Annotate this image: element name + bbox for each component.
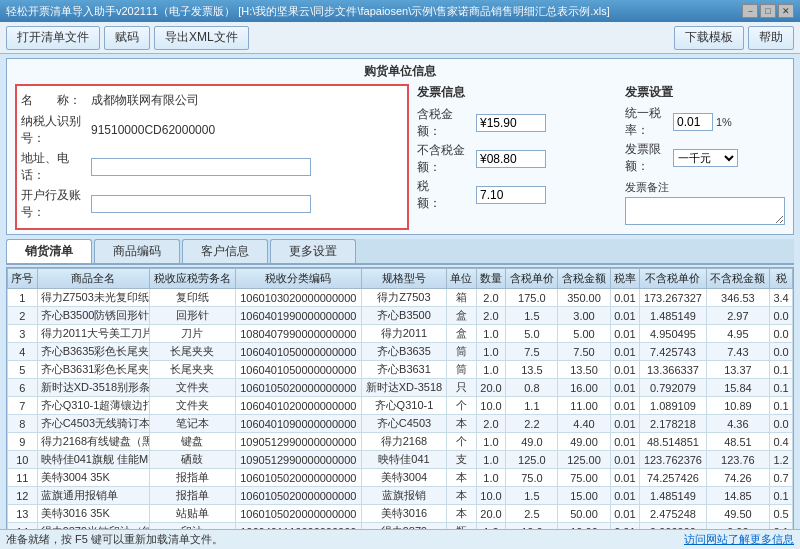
- table-cell: 本: [447, 415, 477, 433]
- table-cell: 1.0: [476, 325, 506, 343]
- title-bar: 轻松开票清单导入助手v202111（电子发票版） [H:\我的坚果云\同步文件\…: [0, 0, 800, 22]
- table-row: 11美特3004 35K报指单1060105020000000000美特3004…: [8, 469, 793, 487]
- rate-input[interactable]: [673, 113, 713, 131]
- table-row: 5齐心B3631彩色长尾夹头 1# 50mm 12只/筒长尾夹夹10604010…: [8, 361, 793, 379]
- table-cell: 0.1: [770, 397, 793, 415]
- tax-incl-input[interactable]: [476, 114, 546, 132]
- table-cell: 1.485149: [640, 307, 707, 325]
- table-cell: 蓝旗通用报销单: [37, 487, 149, 505]
- table-row: 13美特3016 35K站贴单1060105020000000000美特3016…: [8, 505, 793, 523]
- table-cell: 0.01: [610, 379, 640, 397]
- table-cell: 0.0: [770, 343, 793, 361]
- table-row: 8齐心C4503无线骑订本笔记本 A5 40页笔记本10604010900000…: [8, 415, 793, 433]
- open-file-button[interactable]: 打开清单文件: [6, 26, 100, 50]
- table-cell: 9: [8, 433, 38, 451]
- limit-select[interactable]: 一千元: [673, 149, 738, 167]
- minimize-button[interactable]: －: [742, 4, 758, 18]
- bank-input[interactable]: [91, 195, 311, 213]
- table-cell: 本: [447, 469, 477, 487]
- col-tax-code: 税收分类编码: [235, 269, 361, 289]
- table-cell: 0.8: [506, 379, 558, 397]
- toolbar-right: 下载模板 帮助: [674, 26, 794, 50]
- tax-excl-input[interactable]: [476, 150, 546, 168]
- tab-sales-list[interactable]: 销货清单: [6, 239, 92, 263]
- col-amount-excl: 不含税金额: [706, 269, 769, 289]
- table-cell: 49.50: [706, 505, 769, 523]
- col-unit: 单位: [447, 269, 477, 289]
- table-cell: 49.00: [558, 433, 610, 451]
- maximize-button[interactable]: □: [760, 4, 776, 18]
- table-cell: 0.01: [610, 469, 640, 487]
- table-cell: 346.53: [706, 289, 769, 307]
- table-cell: 齐心C4503无线骑订本笔记本 A5 40页: [37, 415, 149, 433]
- tax-row: 税 额：: [417, 178, 617, 212]
- table-cell: 1060105020000000000: [235, 505, 361, 523]
- table-cell: 回形针: [150, 307, 236, 325]
- table-cell: 本: [447, 505, 477, 523]
- barcode-button[interactable]: 赋码: [104, 26, 150, 50]
- table-cell: 得力Z7503: [361, 289, 446, 307]
- export-xml-button[interactable]: 导出XML文件: [154, 26, 249, 50]
- close-button[interactable]: ✕: [778, 4, 794, 18]
- table-cell: 10.0: [476, 397, 506, 415]
- table-cell: 得力Z7503未光复印纸 A4 70克 8包: [37, 289, 149, 307]
- table-cell: 16.00: [558, 379, 610, 397]
- table-cell: 蓝旗报销: [361, 487, 446, 505]
- table-cell: 映特佳041旗舰 佳能MF525dw: [37, 451, 149, 469]
- table-cell: 0.01: [610, 433, 640, 451]
- table-cell: 0.01: [610, 415, 640, 433]
- table-cell: 173.267327: [640, 289, 707, 307]
- table-cell: 2.97: [706, 307, 769, 325]
- table-cell: 4.950495: [640, 325, 707, 343]
- tax-id-value: 91510000CD62000000: [91, 123, 215, 137]
- table-cell: 1.0: [476, 433, 506, 451]
- col-qty: 数量: [476, 269, 506, 289]
- invoice-settings-title: 发票设置: [625, 84, 785, 101]
- table-cell: 得力2011: [361, 325, 446, 343]
- table-container: 序号 商品全名 税收应税劳务名 税收分类编码 规格型号 单位 数量 含税单价 含…: [6, 267, 794, 549]
- tax-incl-label: 含税金额：: [417, 106, 472, 140]
- table-cell: 15.00: [558, 487, 610, 505]
- invoice-settings: 发票设置 统一税率： 1% 发票限额： 一千元 发票备注: [625, 84, 785, 230]
- remark-textarea[interactable]: [625, 197, 785, 225]
- buyer-name-value: 成都物联网有限公司: [91, 92, 199, 109]
- table-cell: 0.4: [770, 433, 793, 451]
- table-cell: 1060401990000000000: [235, 307, 361, 325]
- table-cell: 7.43: [706, 343, 769, 361]
- table-cell: 13: [8, 505, 38, 523]
- table-cell: 50.00: [558, 505, 610, 523]
- table-cell: 1.0: [476, 361, 506, 379]
- table-cell: 2.2: [506, 415, 558, 433]
- table-cell: 1060105020000000000: [235, 469, 361, 487]
- table-cell: 齐心B3631: [361, 361, 446, 379]
- table-cell: 11.00: [558, 397, 610, 415]
- help-button[interactable]: 帮助: [748, 26, 794, 50]
- table-cell: 5.0: [506, 325, 558, 343]
- table-cell: 12: [8, 487, 38, 505]
- status-link[interactable]: 访问网站了解更多信息: [684, 532, 794, 547]
- tax-input[interactable]: [476, 186, 546, 204]
- download-template-button[interactable]: 下载模板: [674, 26, 744, 50]
- rate-unit: 1%: [716, 116, 732, 128]
- main-content: 购货单位信息 名 称： 成都物联网有限公司 纳税人识别号： 91510000CD…: [0, 54, 800, 549]
- tab-product-code[interactable]: 商品编码: [94, 239, 180, 263]
- status-text: 准备就绪，按 F5 键可以重新加载清单文件。: [6, 532, 223, 547]
- table-cell: 2.0: [476, 289, 506, 307]
- table-cell: 2.475248: [640, 505, 707, 523]
- table-cell: 报指单: [150, 487, 236, 505]
- address-input[interactable]: [91, 158, 311, 176]
- purchase-info-box: 购货单位信息 名 称： 成都物联网有限公司 纳税人识别号： 91510000CD…: [6, 58, 794, 235]
- table-cell: 14.85: [706, 487, 769, 505]
- table-cell: 123.762376: [640, 451, 707, 469]
- table-cell: 49.0: [506, 433, 558, 451]
- table-cell: 0.0: [770, 325, 793, 343]
- table-cell: 筒: [447, 361, 477, 379]
- table-cell: 13.37: [706, 361, 769, 379]
- table-cell: 13.366337: [640, 361, 707, 379]
- table-cell: 本: [447, 487, 477, 505]
- tab-customer-info[interactable]: 客户信息: [182, 239, 268, 263]
- table-cell: 1.1: [506, 397, 558, 415]
- title-bar-controls: － □ ✕: [742, 4, 794, 18]
- tab-more-settings[interactable]: 更多设置: [270, 239, 356, 263]
- table-cell: 齐心B3635彩色长尾夹头 5# 19mm 40只/筒: [37, 343, 149, 361]
